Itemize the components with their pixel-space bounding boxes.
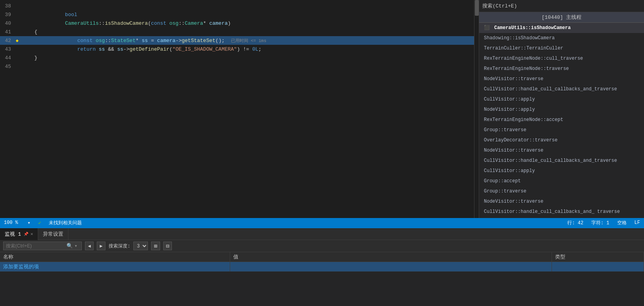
- current-line-arrow: ◆: [16, 38, 22, 44]
- call-stack-item-label: Group::traverse: [484, 127, 526, 133]
- nav-back-button[interactable]: ◀: [85, 242, 94, 250]
- zoom-level: 100 %: [4, 220, 18, 225]
- call-stack-list[interactable]: ⬛ CameraUtils::isShadowCamera Shadowing:…: [479, 23, 644, 218]
- call-stack-item-2[interactable]: TerrainCuller::TerrainCuller: [479, 43, 644, 53]
- depth-label: 搜索深度:: [109, 243, 130, 249]
- watch-search-input[interactable]: [6, 243, 65, 249]
- call-stack-item-label: Group::accept: [484, 178, 521, 184]
- call-stack-item-label: RexTerrainEngineNode::traverse: [484, 66, 569, 71]
- tab-watch1-close[interactable]: ✕: [31, 231, 33, 236]
- char-info: 字符: 1: [591, 220, 609, 226]
- call-stack-item-active[interactable]: ⬛ CameraUtils::isShadowCamera: [479, 23, 644, 33]
- call-stack-item-label: NodeVisitor::apply: [484, 107, 535, 112]
- code-line-40: 40 CameraUtils::isShadowCamera(const osg…: [0, 19, 479, 27]
- status-bar-right: 行: 42 字符: 1 空格 LF: [567, 220, 640, 226]
- call-stack-item-5[interactable]: NodeVisitor::traverse: [479, 74, 644, 84]
- table-row-add[interactable]: 添加要监视的项: [0, 262, 644, 272]
- call-stack-thread-header: [10440] 主线程: [479, 12, 644, 23]
- call-stack-item-label: CameraUtils::isShadowCamera: [494, 25, 570, 31]
- call-stack-item-label: CullVisitor::apply: [484, 168, 535, 174]
- tab-watch1[interactable]: 监视 1 📌 ✕: [0, 228, 38, 240]
- call-stack-item-10[interactable]: Group::traverse: [479, 125, 644, 135]
- code-line-45: 45: [0, 62, 479, 71]
- spaces-info: 空格: [617, 220, 627, 226]
- watch-search-box[interactable]: 🔍 ▾: [3, 242, 82, 250]
- call-stack-item-16[interactable]: Group::traverse: [479, 186, 644, 196]
- call-stack-item-19[interactable]: CullVisitor::apply: [479, 217, 644, 218]
- call-stack-item-6[interactable]: CullVisitor::handle_cull_callbacks_and_t…: [479, 84, 644, 94]
- columns-button[interactable]: ⊟: [163, 242, 172, 250]
- watch-table[interactable]: 名称 值 类型 添加要监视的项: [0, 252, 644, 306]
- call-stack-item-label: OverlayDecorator::traverse: [484, 137, 557, 143]
- right-panel: 搜索(Ctrl+E) [10440] 主线程 ⬛ CameraUtils::is…: [479, 0, 644, 218]
- call-stack-item-4[interactable]: RexTerrainEngineNode::traverse: [479, 64, 644, 74]
- call-stack-item-label: NodeVisitor::traverse: [484, 148, 543, 153]
- add-watch-cell[interactable]: 添加要监视的项: [0, 262, 230, 272]
- pin-icon[interactable]: 📌: [24, 232, 28, 236]
- call-stack-item-1[interactable]: Shadowing::isShadowCamera: [479, 33, 644, 43]
- right-panel-search-bar: 搜索(Ctrl+E): [479, 0, 644, 12]
- table-header-row: 名称 值 类型: [0, 252, 644, 262]
- col-header-value: 值: [230, 252, 552, 262]
- code-scrollbar-thumb[interactable]: [475, 0, 479, 16]
- filter-button[interactable]: ⊞: [151, 242, 160, 250]
- check-icon: ✔: [38, 220, 41, 226]
- no-issues-text: 未找到相关问题: [49, 220, 82, 226]
- call-stack-item-label: TerrainCuller::TerrainCuller: [484, 46, 563, 51]
- encoding-info: LF: [635, 220, 640, 225]
- call-stack-item-17[interactable]: NodeVisitor::traverse: [479, 196, 644, 207]
- add-watch-value: [230, 262, 552, 272]
- code-editor: 38 39 bool 40 CameraUtils::isShadowCamer…: [0, 0, 479, 218]
- call-stack-item-8[interactable]: NodeVisitor::apply: [479, 104, 644, 115]
- status-bar: 100 % ▾ ✔ 未找到相关问题 行: 42 字符: 1 空格 LF: [0, 218, 644, 227]
- call-stack-item-label: CullVisitor::handle_cull_callbacks_and_t…: [484, 158, 617, 163]
- search-dropdown-icon[interactable]: ▾: [74, 243, 78, 249]
- call-stack-item-9[interactable]: RexTerrainEngineNode::accept: [479, 115, 644, 125]
- call-stack-item-13[interactable]: CullVisitor::handle_cull_callbacks_and_t…: [479, 156, 644, 166]
- current-arrow-icon: ⬛: [484, 25, 490, 31]
- col-header-name: 名称: [0, 252, 230, 262]
- call-stack-item-7[interactable]: CullVisitor::apply: [479, 94, 644, 104]
- call-stack-item-label: Shadowing::isShadowCamera: [484, 35, 555, 41]
- search-icon[interactable]: 🔍: [66, 243, 73, 249]
- call-stack-item-18[interactable]: CullVisitor::handle_cull_callbacks_and_ …: [479, 207, 644, 217]
- call-stack-item-15[interactable]: Group::accept: [479, 176, 644, 186]
- code-line-43: 43 return ss && ss->getDefinePair("OE_IS…: [0, 45, 479, 53]
- call-stack-item-3[interactable]: RexTerrainEngineNode::cull_traverse: [479, 53, 644, 64]
- bottom-tabs: 监视 1 📌 ✕ 异常设置: [0, 228, 644, 240]
- col-header-type: 类型: [552, 252, 644, 262]
- call-stack-item-label: RexTerrainEngineNode::cull_traverse: [484, 56, 583, 61]
- call-stack-item-label: CullVisitor::handle_cull_callbacks_and_t…: [484, 86, 617, 92]
- call-stack-item-label: RexTerrainEngineNode::accept: [484, 117, 563, 123]
- call-stack-item-14[interactable]: CullVisitor::apply: [479, 166, 644, 176]
- call-stack-item-label: Group::traverse: [484, 189, 526, 194]
- call-stack-item-11[interactable]: OverlayDecorator::traverse: [479, 135, 644, 145]
- line-info: 行: 42: [567, 220, 583, 226]
- call-stack-item-label: CullVisitor::apply: [484, 97, 535, 102]
- call-stack-item-label: CullVisitor::handle_cull_callbacks_and_ …: [484, 209, 620, 214]
- bottom-toolbar: 🔍 ▾ ◀ ▶ 搜索深度: 3 1 2 4 5 ⊞ ⊟: [0, 240, 644, 252]
- add-watch-type: [552, 262, 644, 272]
- tab-watch1-label: 监视 1: [5, 231, 21, 238]
- bottom-panel: 监视 1 📌 ✕ 异常设置 🔍 ▾ ◀ ▶ 搜索深度: 3 1 2 4 5 ⊞ …: [0, 227, 644, 306]
- tab-exceptions[interactable]: 异常设置: [38, 228, 68, 240]
- code-line-44: 44 }: [0, 53, 479, 62]
- right-panel-search-label: 搜索(Ctrl+E): [482, 3, 517, 9]
- call-stack-item-label: NodeVisitor::traverse: [484, 199, 543, 204]
- code-scrollbar[interactable]: [474, 0, 479, 218]
- nav-forward-button[interactable]: ▶: [97, 242, 105, 250]
- call-stack-item-label: NodeVisitor::traverse: [484, 76, 543, 82]
- call-stack-item-12[interactable]: NodeVisitor::traverse: [479, 145, 644, 156]
- tab-exceptions-label: 异常设置: [43, 231, 63, 238]
- depth-select[interactable]: 3 1 2 4 5: [133, 242, 148, 250]
